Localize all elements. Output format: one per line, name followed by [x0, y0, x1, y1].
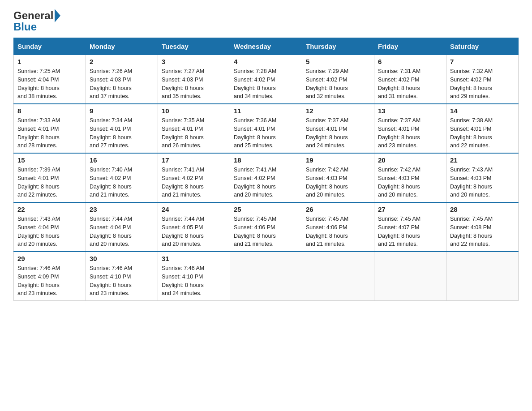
day-info: Sunrise: 7:42 AMSunset: 4:03 PMDaylight:… — [306, 166, 370, 199]
week-row-5: 29Sunrise: 7:46 AMSunset: 4:09 PMDayligh… — [14, 252, 519, 301]
day-cell: 27Sunrise: 7:45 AMSunset: 4:07 PMDayligh… — [374, 202, 446, 252]
day-info: Sunrise: 7:45 AMSunset: 4:08 PMDaylight:… — [450, 215, 515, 248]
day-info: Sunrise: 7:33 AMSunset: 4:01 PMDaylight:… — [17, 116, 82, 150]
week-row-3: 15Sunrise: 7:39 AMSunset: 4:01 PMDayligh… — [14, 153, 519, 202]
day-info: Sunrise: 7:45 AMSunset: 4:06 PMDaylight:… — [234, 215, 298, 248]
day-info: Sunrise: 7:45 AMSunset: 4:07 PMDaylight:… — [378, 215, 442, 248]
day-cell: 20Sunrise: 7:42 AMSunset: 4:03 PMDayligh… — [374, 153, 446, 202]
col-header-wednesday: Wednesday — [230, 38, 302, 55]
day-number: 26 — [306, 206, 370, 213]
logo-text-blue: Blue — [13, 21, 37, 33]
day-number: 20 — [378, 156, 442, 164]
day-number: 10 — [162, 107, 226, 115]
day-number: 27 — [378, 206, 442, 213]
logo-text-general: General — [13, 10, 53, 21]
day-info: Sunrise: 7:27 AMSunset: 4:03 PMDaylight:… — [162, 67, 226, 101]
day-info: Sunrise: 7:34 AMSunset: 4:01 PMDaylight:… — [90, 116, 154, 150]
day-cell: 2Sunrise: 7:26 AMSunset: 4:03 PMDaylight… — [86, 55, 158, 104]
day-info: Sunrise: 7:32 AMSunset: 4:02 PMDaylight:… — [450, 67, 515, 101]
day-number: 11 — [234, 107, 298, 115]
day-number: 8 — [17, 107, 82, 115]
day-info: Sunrise: 7:44 AMSunset: 4:04 PMDaylight:… — [90, 215, 154, 248]
day-info: Sunrise: 7:35 AMSunset: 4:01 PMDaylight:… — [162, 116, 226, 150]
day-cell: 26Sunrise: 7:45 AMSunset: 4:06 PMDayligh… — [302, 202, 374, 252]
day-number: 13 — [378, 107, 442, 115]
day-info: Sunrise: 7:31 AMSunset: 4:02 PMDaylight:… — [378, 67, 442, 101]
day-cell — [302, 252, 374, 301]
day-cell: 19Sunrise: 7:42 AMSunset: 4:03 PMDayligh… — [302, 153, 374, 202]
day-info: Sunrise: 7:46 AMSunset: 4:10 PMDaylight:… — [162, 264, 226, 298]
day-cell: 14Sunrise: 7:38 AMSunset: 4:01 PMDayligh… — [446, 104, 519, 153]
day-cell: 16Sunrise: 7:40 AMSunset: 4:02 PMDayligh… — [86, 153, 158, 202]
day-info: Sunrise: 7:39 AMSunset: 4:01 PMDaylight:… — [17, 166, 82, 199]
day-number: 23 — [90, 206, 154, 213]
col-header-sunday: Sunday — [14, 38, 86, 55]
day-info: Sunrise: 7:40 AMSunset: 4:02 PMDaylight:… — [90, 166, 154, 199]
logo-chevron-icon — [55, 9, 60, 22]
day-cell: 8Sunrise: 7:33 AMSunset: 4:01 PMDaylight… — [14, 104, 86, 153]
day-number: 21 — [450, 156, 515, 164]
week-row-4: 22Sunrise: 7:43 AMSunset: 4:04 PMDayligh… — [14, 202, 519, 252]
day-info: Sunrise: 7:36 AMSunset: 4:01 PMDaylight:… — [234, 116, 298, 150]
day-info: Sunrise: 7:38 AMSunset: 4:01 PMDaylight:… — [450, 116, 515, 150]
day-cell: 1Sunrise: 7:25 AMSunset: 4:04 PMDaylight… — [14, 55, 86, 104]
day-cell: 3Sunrise: 7:27 AMSunset: 4:03 PMDaylight… — [158, 55, 230, 104]
header-row: SundayMondayTuesdayWednesdayThursdayFrid… — [14, 38, 519, 55]
col-header-friday: Friday — [374, 38, 446, 55]
day-info: Sunrise: 7:43 AMSunset: 4:03 PMDaylight:… — [450, 166, 515, 199]
col-header-tuesday: Tuesday — [158, 38, 230, 55]
day-info: Sunrise: 7:41 AMSunset: 4:02 PMDaylight:… — [234, 166, 298, 199]
day-info: Sunrise: 7:37 AMSunset: 4:01 PMDaylight:… — [378, 116, 442, 150]
day-cell: 5Sunrise: 7:29 AMSunset: 4:02 PMDaylight… — [302, 55, 374, 104]
day-number: 2 — [90, 58, 154, 65]
day-cell: 15Sunrise: 7:39 AMSunset: 4:01 PMDayligh… — [14, 153, 86, 202]
day-cell: 6Sunrise: 7:31 AMSunset: 4:02 PMDaylight… — [374, 55, 446, 104]
day-number: 4 — [234, 58, 298, 65]
day-cell: 22Sunrise: 7:43 AMSunset: 4:04 PMDayligh… — [14, 202, 86, 252]
day-info: Sunrise: 7:28 AMSunset: 4:02 PMDaylight:… — [234, 67, 298, 101]
day-cell: 12Sunrise: 7:37 AMSunset: 4:01 PMDayligh… — [302, 104, 374, 153]
day-number: 25 — [234, 206, 298, 213]
day-info: Sunrise: 7:29 AMSunset: 4:02 PMDaylight:… — [306, 67, 370, 101]
day-cell — [230, 252, 302, 301]
day-number: 31 — [162, 255, 226, 262]
day-number: 6 — [378, 58, 442, 65]
day-cell: 7Sunrise: 7:32 AMSunset: 4:02 PMDaylight… — [446, 55, 519, 104]
day-number: 3 — [162, 58, 226, 65]
day-number: 24 — [162, 206, 226, 213]
col-header-thursday: Thursday — [302, 38, 374, 55]
day-info: Sunrise: 7:45 AMSunset: 4:06 PMDaylight:… — [306, 215, 370, 248]
day-cell: 23Sunrise: 7:44 AMSunset: 4:04 PMDayligh… — [86, 202, 158, 252]
day-info: Sunrise: 7:37 AMSunset: 4:01 PMDaylight:… — [306, 116, 370, 150]
day-number: 30 — [90, 255, 154, 262]
day-info: Sunrise: 7:25 AMSunset: 4:04 PMDaylight:… — [17, 67, 82, 101]
day-number: 7 — [450, 58, 515, 65]
day-cell: 9Sunrise: 7:34 AMSunset: 4:01 PMDaylight… — [86, 104, 158, 153]
day-info: Sunrise: 7:46 AMSunset: 4:09 PMDaylight:… — [17, 264, 82, 298]
day-cell: 18Sunrise: 7:41 AMSunset: 4:02 PMDayligh… — [230, 153, 302, 202]
day-number: 17 — [162, 156, 226, 164]
day-number: 1 — [17, 58, 82, 65]
day-number: 18 — [234, 156, 298, 164]
day-cell: 28Sunrise: 7:45 AMSunset: 4:08 PMDayligh… — [446, 202, 519, 252]
day-number: 15 — [17, 156, 82, 164]
day-cell: 17Sunrise: 7:41 AMSunset: 4:02 PMDayligh… — [158, 153, 230, 202]
day-number: 29 — [17, 255, 82, 262]
day-cell — [446, 252, 519, 301]
day-number: 16 — [90, 156, 154, 164]
day-info: Sunrise: 7:42 AMSunset: 4:03 PMDaylight:… — [378, 166, 442, 199]
day-cell: 11Sunrise: 7:36 AMSunset: 4:01 PMDayligh… — [230, 104, 302, 153]
week-row-2: 8Sunrise: 7:33 AMSunset: 4:01 PMDaylight… — [14, 104, 519, 153]
day-number: 22 — [17, 206, 82, 213]
day-cell: 30Sunrise: 7:46 AMSunset: 4:10 PMDayligh… — [86, 252, 158, 301]
col-header-saturday: Saturday — [446, 38, 519, 55]
logo: General Blue — [13, 9, 62, 33]
day-cell: 10Sunrise: 7:35 AMSunset: 4:01 PMDayligh… — [158, 104, 230, 153]
day-cell: 4Sunrise: 7:28 AMSunset: 4:02 PMDaylight… — [230, 55, 302, 104]
page-header: General Blue — [13, 9, 519, 33]
day-number: 19 — [306, 156, 370, 164]
week-row-1: 1Sunrise: 7:25 AMSunset: 4:04 PMDaylight… — [14, 55, 519, 104]
day-number: 12 — [306, 107, 370, 115]
day-info: Sunrise: 7:46 AMSunset: 4:10 PMDaylight:… — [90, 264, 154, 298]
day-number: 9 — [90, 107, 154, 115]
